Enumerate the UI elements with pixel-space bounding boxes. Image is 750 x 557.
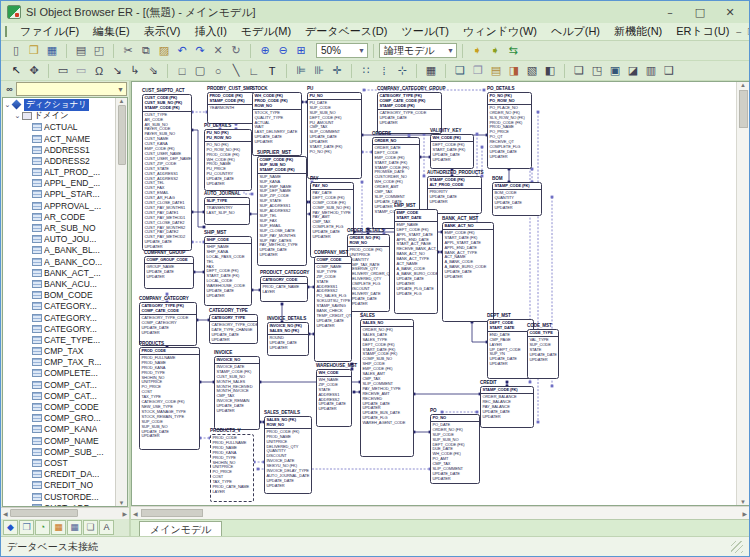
entity-products-v[interactable]: PRODUCTS_VPROD_CODEPROD_FULLNAMEPROD_NAM… (210, 428, 254, 502)
tree-item-18[interactable]: CATEGORY... (3, 323, 115, 334)
window-tile-icon[interactable]: ◳ (588, 62, 606, 79)
domain-icon[interactable]: Ω (90, 62, 108, 79)
view-entity-icon[interactable]: ▭ (72, 62, 90, 79)
entity-pu[interactable]: PUPU_NOPU_DATESUP_CODESUP_SUB_NODEPT_COD… (307, 86, 362, 179)
tree-item-29[interactable]: COMP_SUB_... (3, 446, 115, 457)
entity-company-category-group[interactable]: COMPANY_CATEGORY_GROUPCATEGORY_TYPE (FK)… (377, 86, 442, 134)
menu-item-4[interactable]: モデル(M) (234, 22, 298, 41)
tree-item-6[interactable]: APPL_STAR... (3, 189, 115, 200)
tree-item-8[interactable]: AR_CODE (3, 211, 115, 222)
zoom-fit-icon[interactable]: ⊞ (292, 42, 310, 59)
entity-auto-journal[interactable]: AUTO_JOURNALSLIP_TYPETRANSENTRYLAST_SLIP… (204, 191, 250, 225)
style-icon[interactable]: ◧ (541, 62, 559, 79)
scroll-left-icon[interactable]: ◀ (133, 510, 138, 517)
entity-sales[interactable]: SALESSALES_NOORDER_NO (FK)SALES_DATESALE… (360, 313, 414, 457)
align-center-icon[interactable]: ⊪ (310, 62, 328, 79)
scroll-left-icon[interactable]: ◀ (3, 510, 8, 517)
copy-icon[interactable]: ⧉ (137, 42, 155, 59)
entity-products[interactable]: PRODUCTSPROD_CODEPROD_FULLNAMEPROD_NAMEP… (139, 341, 200, 450)
align-middle-icon[interactable]: ✛ (328, 62, 346, 79)
tab-objects[interactable]: ❒ (19, 520, 34, 535)
entity-icon[interactable]: ▭ (54, 62, 72, 79)
tree-item-0[interactable]: ACTUAL (3, 122, 115, 133)
tab-report[interactable]: ▦ (67, 520, 82, 535)
menu-item-7[interactable]: ウィンドウ(W) (456, 22, 544, 41)
menu-item-1[interactable]: 編集(E) (86, 22, 137, 41)
tree-item-33[interactable]: CUSTORDE... (3, 491, 115, 502)
tree-item-27[interactable]: COMP_KANA (3, 424, 115, 435)
window-cascade-icon[interactable]: ❏ (570, 62, 588, 79)
print-icon[interactable]: ▤ (72, 42, 90, 59)
cut-icon[interactable]: ✂ (119, 42, 137, 59)
select-icon[interactable]: ↖ (7, 62, 25, 79)
tree-item-28[interactable]: COMP_NAME (3, 435, 115, 446)
tab-page[interactable]: ❏ (83, 520, 98, 535)
entity-invoice[interactable]: INVOICEINVOICE_NOINVOICE_DATESTAMP_CODE … (214, 350, 260, 430)
entity-company-mst[interactable]: COMPANY_MSTCOMP_CODECOMP_NAMESUP_TYPEZIP… (314, 250, 352, 362)
diagram-canvas[interactable]: CUST_SHIPTO_ACTCUST_CODE (PK)CUST_SUB_NO… (131, 81, 749, 506)
tree-vertical-scrollbar[interactable]: ▲ ▼ (115, 98, 127, 506)
scroll-down-icon[interactable]: ▼ (119, 500, 125, 506)
tab-main-model[interactable]: メインモデル (139, 521, 222, 536)
entity-ship-mst[interactable]: SHIP_MSTSHIP_CODESHIP_NAMESHIP_KANALOCAL… (204, 230, 252, 306)
bring-front-icon[interactable]: ❏ (451, 62, 469, 79)
shape-rect-icon[interactable]: □ (173, 62, 191, 79)
entity-sales-details[interactable]: SALES_DETAILSSALES_NO (FK)ROW_NOPROD_COD… (264, 410, 312, 494)
scroll-right-icon[interactable]: ▶ (122, 510, 127, 517)
entity-emp-mst[interactable]: EMP_MSTEMP_CODESTART_DATEEMP_NAMEDEPT_CO… (394, 203, 438, 314)
entity-invoice-details[interactable]: INVOICE_DETAILSINVOICE_NO (FK)SALES_NO (… (267, 316, 309, 356)
scroll-up-icon[interactable]: ▲ (119, 98, 125, 104)
redo-icon[interactable]: ↷ (191, 42, 209, 59)
expand-icon[interactable]: ⌄ (13, 112, 22, 120)
shape-line-icon[interactable]: ╲ (227, 62, 245, 79)
send-back-icon[interactable]: ❐ (469, 62, 487, 79)
tree-root-dictionary[interactable]: ⌄ディクショナリ (3, 99, 115, 110)
menu-item-3[interactable]: 挿入(I) (187, 22, 233, 41)
menu-item-2[interactable]: 表示(V) (137, 22, 188, 41)
tree-item-20[interactable]: CMP_TAX (3, 345, 115, 356)
search-combobox[interactable]: ▼ (16, 82, 127, 96)
tree-item-10[interactable]: AUTO_JOU... (3, 234, 115, 245)
entity-category-type[interactable]: CATEGORY_TYPECATEGORY_TYPECATEGORY_TYPE_… (209, 308, 258, 344)
align-left-icon[interactable]: ⊫ (292, 62, 310, 79)
snap-grid-icon[interactable]: ▦ (422, 62, 440, 79)
entity-cust-shipto-act[interactable]: CUST_SHIPTO_ACTCUST_CODE (PK)CUST_SUB_NO… (142, 88, 192, 251)
tree-item-22[interactable]: COMPLETE... (3, 368, 115, 379)
tree-item-32[interactable]: CREDIT_NO (3, 480, 115, 491)
resize-grip[interactable] (731, 541, 743, 553)
entity-supplier-mst[interactable]: SUPPLIER_MSTCOMP_CODE (FK)SUP_SUB_NOSTAM… (257, 150, 307, 266)
entity-company-category[interactable]: COMPANY_CATEGORYCATEGORY_TYPE (FK)COMP_C… (139, 296, 197, 346)
tree-item-31[interactable]: CREDIT_DA... (3, 469, 115, 480)
canvas-vertical-scrollbar[interactable]: ▲ ▼ (736, 82, 749, 505)
tree-item-26[interactable]: COMP_GRO... (3, 413, 115, 424)
relation-non-identifying-icon[interactable]: ↳ (126, 62, 144, 79)
tree-item-19[interactable]: CATE_TYPE... (3, 334, 115, 345)
entity-warehouse-mst[interactable]: WAREHOUSE_MSTWH_CODEWH_NAMEZIP_CODESTATE… (316, 363, 352, 427)
menu-item-10[interactable]: ERトコ(U) (669, 22, 736, 41)
shape-ellipse-icon[interactable]: ○ (209, 62, 227, 79)
tree-item-34[interactable]: CUST_ADD... (3, 502, 115, 506)
blank-icon[interactable]: ❑ (660, 62, 678, 79)
close-button[interactable]: ✕ (715, 3, 745, 21)
zoom-in-icon[interactable]: ⊕ (256, 42, 274, 59)
refresh-icon[interactable]: ↻ (227, 42, 245, 59)
shape-text-icon[interactable]: T (263, 62, 281, 79)
tree-item-13[interactable]: BANK_ACT_... (3, 267, 115, 278)
tree-item-24[interactable]: COMP_CAT... (3, 390, 115, 401)
relation-identifying-icon[interactable]: ↘ (108, 62, 126, 79)
paste-icon[interactable]: ▨ (155, 42, 173, 59)
tree-item-16[interactable]: CATEGORY... (3, 301, 115, 312)
tree-item-7[interactable]: APPROVAL_... (3, 200, 115, 211)
zoom-select[interactable]: 50% ▼ (316, 43, 368, 58)
same-size-icon[interactable]: ⊹ (393, 62, 411, 79)
tab-text[interactable]: A (99, 520, 114, 535)
entity-validity-key[interactable]: VALIDITY_KEYWH_CODE (FK)DEPT_CODE (FK)ST… (430, 128, 474, 169)
entity-company-group[interactable]: COMPANY_GROUPCOMP_GROUP_CODEGROUP_NAMEUP… (144, 250, 194, 289)
menu-item-9[interactable]: 新機能(N) (607, 22, 669, 41)
distribute-v-icon[interactable]: ⁞ (375, 62, 393, 79)
ungroup-icon[interactable]: ◨ (505, 62, 523, 79)
tree-item-21[interactable]: CMP_TAX_R... (3, 357, 115, 368)
model-import-icon[interactable]: ➧ (468, 42, 486, 59)
tree-item-5[interactable]: APPL_END_... (3, 178, 115, 189)
distribute-h-icon[interactable]: ∷ (357, 62, 375, 79)
